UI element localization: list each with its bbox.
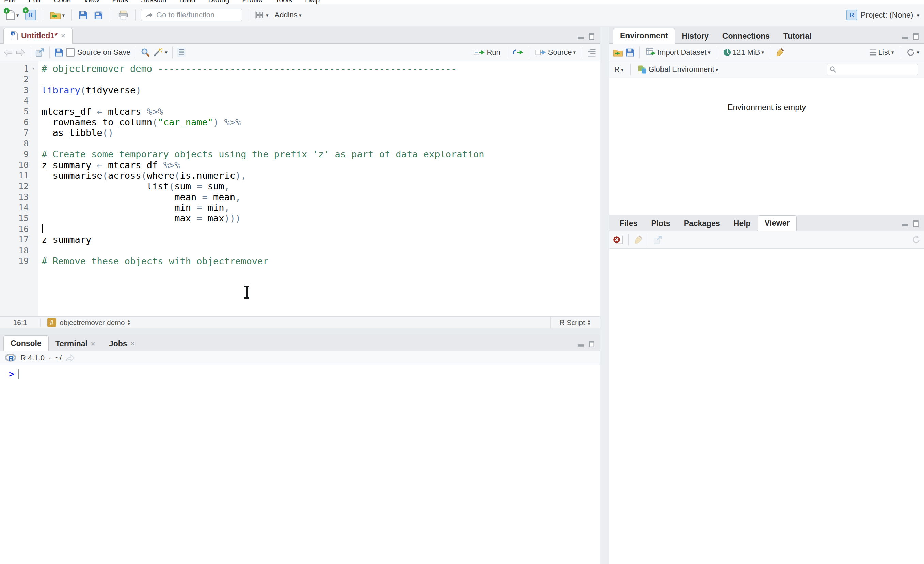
section-navigator[interactable]: objectremover demo	[60, 319, 124, 326]
tab-untitled1[interactable]: R Untitled1* ×	[3, 28, 72, 44]
refresh-icon[interactable]	[912, 235, 921, 244]
code-line-14[interactable]: 14 min = min,	[0, 202, 600, 213]
tab-help[interactable]: Help	[727, 216, 758, 230]
maximize-pane-icon[interactable]	[589, 33, 594, 40]
menu-session[interactable]: Session	[141, 0, 166, 4]
language-selector[interactable]: R ▾	[613, 64, 625, 75]
tab-plots[interactable]: Plots	[644, 216, 677, 230]
open-file-button[interactable]: ▾	[49, 9, 66, 21]
project-menu-button[interactable]: R Project: (None) ▾	[846, 9, 919, 20]
maximize-pane-icon[interactable]	[913, 220, 918, 227]
fold-gutter	[28, 256, 38, 266]
chevron-down-icon[interactable]: ▾	[165, 50, 168, 55]
code-line-3[interactable]: 3library(tidyverse)	[0, 85, 600, 95]
run-button[interactable]: Run	[472, 47, 501, 58]
console-input-line[interactable]: >	[0, 365, 600, 379]
working-directory[interactable]: ~/	[55, 353, 62, 362]
forward-icon[interactable]	[16, 49, 25, 56]
code-line-4[interactable]: 4	[0, 95, 600, 106]
memory-usage-button[interactable]: 121 MiB ▾	[722, 47, 765, 58]
source-button[interactable]: Source ▾	[534, 47, 577, 58]
tab-terminal[interactable]: Terminal×	[49, 337, 102, 351]
tab-connections[interactable]: Connections	[716, 29, 777, 43]
fold-arrow-icon[interactable]: ▾	[28, 63, 38, 74]
code-line-11[interactable]: 11 summarise(across(where(is.numeric),	[0, 170, 600, 181]
menu-plots[interactable]: Plots	[112, 0, 128, 4]
code-line-15[interactable]: 15 max = max)))	[0, 213, 600, 223]
save-all-button[interactable]	[93, 9, 105, 21]
addins-button[interactable]: Addins ▾	[273, 9, 303, 21]
back-icon[interactable]	[3, 49, 13, 56]
code-line-16[interactable]: 16	[0, 224, 600, 234]
code-line-18[interactable]: 18	[0, 245, 600, 256]
close-icon[interactable]: ×	[130, 339, 135, 348]
clear-viewer-icon[interactable]	[613, 235, 624, 245]
editor[interactable]: 1▾# objectremover demo -----------------…	[0, 61, 600, 316]
rerun-icon[interactable]	[512, 48, 524, 57]
menu-view[interactable]: View	[84, 0, 99, 4]
close-icon[interactable]: ×	[90, 339, 95, 348]
code-line-9[interactable]: 9# Create some temporary objects using t…	[0, 149, 600, 159]
refresh-environment-button[interactable]: ▾	[905, 47, 921, 58]
code-line-5[interactable]: 5mtcars_df ← mtcars %>%	[0, 106, 600, 117]
tab-files[interactable]: Files	[613, 216, 644, 230]
find-replace-icon[interactable]	[141, 48, 150, 57]
tab-viewer[interactable]: Viewer	[758, 215, 797, 231]
code-line-8[interactable]: 8	[0, 138, 600, 149]
new-file-button[interactable]: + ▾	[5, 9, 20, 21]
code-line-13[interactable]: 13 mean = mean,	[0, 192, 600, 202]
document-outline-icon[interactable]	[587, 48, 597, 57]
display-mode-button[interactable]: List ▾	[867, 47, 896, 58]
code-tools-icon[interactable]	[153, 48, 162, 57]
tab-tutorial[interactable]: Tutorial	[777, 29, 819, 43]
code-line-6[interactable]: 6 rownames_to_column("car_name") %>%	[0, 117, 600, 127]
tab-console[interactable]: Console	[3, 335, 49, 351]
code-line-17[interactable]: 17z_summary	[0, 234, 600, 245]
menu-help[interactable]: Help	[305, 0, 320, 4]
close-icon[interactable]: ×	[61, 31, 65, 41]
load-workspace-icon[interactable]	[613, 48, 623, 57]
goto-directory-icon[interactable]	[66, 354, 75, 362]
code-line-1[interactable]: 1▾# objectremover demo -----------------…	[0, 63, 600, 74]
clear-objects-broom-icon[interactable]	[775, 48, 785, 57]
menu-debug[interactable]: Debug	[208, 0, 229, 4]
tab-jobs[interactable]: Jobs×	[102, 337, 142, 351]
new-project-button[interactable]: R +	[24, 8, 38, 22]
code-line-7[interactable]: 7 as_tibble()	[0, 127, 600, 138]
open-in-window-icon[interactable]	[35, 48, 45, 57]
code-line-10[interactable]: 10z_summary ← mtcars_df %>%	[0, 160, 600, 170]
pane-layout-button[interactable]: ▾	[254, 9, 270, 21]
code-line-12[interactable]: 12 list(sum = sum,	[0, 181, 600, 191]
minimize-pane-icon[interactable]	[578, 341, 584, 347]
environment-search-input[interactable]	[826, 64, 918, 75]
source-on-save-checkbox[interactable]	[66, 48, 75, 57]
pane-divider[interactable]	[600, 27, 609, 564]
goto-file-input[interactable]: Go to file/function	[141, 9, 242, 21]
minimize-pane-icon[interactable]	[902, 221, 908, 227]
filetype-selector[interactable]: R Script ▲▼	[550, 317, 600, 328]
print-button[interactable]	[117, 9, 130, 21]
code-line-19[interactable]: 19# Remove these objects with objectremo…	[0, 256, 600, 266]
tab-history[interactable]: History	[675, 29, 716, 43]
save-icon[interactable]	[54, 48, 63, 57]
minimize-pane-icon[interactable]	[578, 33, 584, 39]
menu-code[interactable]: Code	[54, 0, 71, 4]
code-line-2[interactable]: 2	[0, 74, 600, 84]
environment-scope-selector[interactable]: Global Environment ▾	[636, 63, 719, 75]
save-workspace-icon[interactable]	[626, 48, 634, 57]
import-dataset-button[interactable]: Import Dataset ▾	[645, 47, 712, 58]
compile-report-icon[interactable]	[177, 48, 186, 57]
menu-file[interactable]: File	[4, 0, 16, 4]
menu-edit[interactable]: Edit	[28, 0, 41, 4]
menu-build[interactable]: Build	[179, 0, 195, 4]
save-button[interactable]	[77, 9, 89, 21]
clear-all-broom-icon[interactable]	[634, 235, 643, 245]
open-in-window-icon[interactable]	[653, 235, 663, 244]
maximize-pane-icon[interactable]	[589, 341, 594, 347]
tab-packages[interactable]: Packages	[677, 216, 727, 230]
maximize-pane-icon[interactable]	[913, 33, 918, 40]
minimize-pane-icon[interactable]	[902, 33, 908, 39]
tab-environment[interactable]: Environment	[613, 28, 675, 44]
menu-tools[interactable]: Tools	[275, 0, 292, 4]
menu-profile[interactable]: Profile	[242, 0, 262, 4]
